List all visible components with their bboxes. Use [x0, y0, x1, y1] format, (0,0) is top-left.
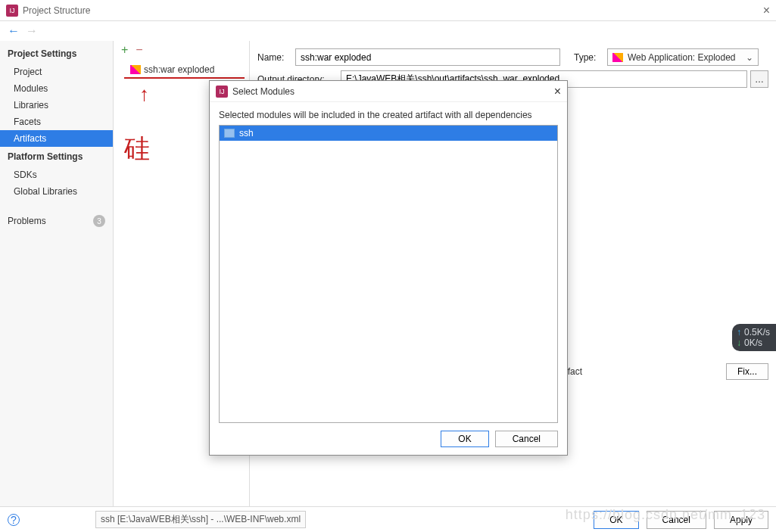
sidebar-item-libraries[interactable]: Libraries: [0, 97, 113, 114]
dialog-message: Selected modules will be included in the…: [210, 102, 567, 125]
sidebar-heading-platform-settings: Platform Settings: [0, 147, 113, 166]
app-icon: IJ: [6, 5, 18, 17]
select-modules-dialog: IJ Select Modules × Selected modules wil…: [209, 80, 568, 456]
annotation-text: 硅: [124, 132, 150, 166]
download-speed: 0K/s: [737, 338, 771, 348]
help-button-icon[interactable]: ?: [8, 514, 20, 526]
remove-artifact-icon[interactable]: −: [136, 43, 142, 57]
type-label: Type:: [574, 52, 607, 63]
status-text: ssh [E:\JavaWEB相关\ssh] - ...\WEB-INF\web…: [95, 511, 306, 528]
window-titlebar: IJ Project Structure ×: [0, 0, 776, 21]
chevron-down-icon: ⌄: [746, 52, 753, 63]
watermark: https://blog.csdn.net/mm_123: [566, 507, 765, 523]
annotation-arrow-icon: ↑: [139, 82, 149, 106]
name-label: Name:: [257, 52, 295, 63]
artifact-type-value: Web Application: Exploded: [628, 52, 736, 63]
sidebar-item-facets[interactable]: Facets: [0, 114, 113, 130]
sidebar-problems-label: Problems: [8, 216, 46, 226]
sidebar-item-global-libraries[interactable]: Global Libraries: [0, 183, 113, 200]
nav-back-icon[interactable]: ←: [8, 24, 20, 38]
dialog-title: Select Modules: [232, 86, 295, 97]
upload-speed: 0.5K/s: [737, 327, 771, 338]
nav-row: ← →: [0, 21, 776, 41]
sidebar-item-artifacts[interactable]: Artifacts: [0, 130, 113, 147]
nav-forward-icon: →: [26, 24, 38, 38]
add-artifact-icon[interactable]: +: [121, 43, 128, 57]
fix-button[interactable]: Fix...: [726, 363, 768, 380]
sidebar: Project Settings Project Modules Librari…: [0, 41, 114, 506]
sidebar-item-project[interactable]: Project: [0, 64, 113, 80]
sidebar-heading-project-settings: Project Settings: [0, 44, 113, 64]
module-name: ssh: [239, 128, 254, 138]
artifact-name-input[interactable]: [295, 48, 560, 66]
window-close-icon[interactable]: ×: [763, 4, 770, 17]
module-list-item[interactable]: ssh: [220, 126, 557, 141]
problems-count-badge: 3: [93, 215, 105, 227]
dialog-cancel-button[interactable]: Cancel: [495, 431, 558, 447]
dialog-close-icon[interactable]: ×: [554, 85, 561, 98]
artifact-list-item[interactable]: ssh:war exploded: [124, 62, 245, 79]
dialog-titlebar: IJ Select Modules ×: [210, 81, 567, 102]
artifact-type-icon: [612, 53, 623, 62]
window-title: Project Structure: [23, 5, 90, 16]
network-speed-widget: 0.5K/s 0K/s: [732, 324, 776, 351]
dialog-app-icon: IJ: [216, 86, 228, 98]
dialog-ok-button[interactable]: OK: [441, 431, 488, 447]
sidebar-item-modules[interactable]: Modules: [0, 80, 113, 97]
module-list[interactable]: ssh: [219, 125, 558, 423]
artifact-item-label: ssh:war exploded: [144, 64, 214, 75]
sidebar-item-sdks[interactable]: SDKs: [0, 166, 113, 183]
browse-output-dir-button[interactable]: …: [750, 70, 768, 88]
artifact-type-select[interactable]: Web Application: Exploded ⌄: [607, 48, 759, 66]
sidebar-item-problems[interactable]: Problems 3: [0, 209, 113, 233]
artifact-icon: [130, 65, 141, 74]
artifact-toolbar: + −: [114, 41, 249, 59]
folder-icon: [224, 129, 235, 138]
